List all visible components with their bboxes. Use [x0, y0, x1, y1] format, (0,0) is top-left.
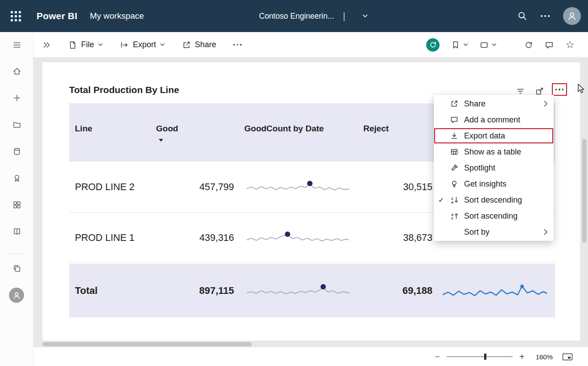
export-menu-label: Export [133, 40, 156, 49]
file-menu[interactable]: File [68, 40, 103, 49]
learn-book-icon[interactable] [0, 218, 33, 245]
cell-line: PROD LINE 2 [75, 182, 135, 193]
cell-good: 457,799 [140, 182, 234, 193]
workspaces-icon[interactable] [0, 257, 33, 280]
title-separator: | [343, 11, 345, 21]
spotlight-icon [449, 164, 460, 172]
report-title-group: Contoso Engineerin... | [259, 0, 370, 32]
apps-icon[interactable] [0, 191, 33, 218]
workspace-avatar[interactable] [9, 288, 24, 303]
sort-descending-caret [159, 139, 163, 142]
menu-item-get-insights[interactable]: Get insights [434, 176, 554, 192]
menu-item-export-data[interactable]: Export data [434, 128, 554, 144]
zoom-controls: − + 160% [435, 347, 573, 366]
cell-total-reject: 69,188 [361, 285, 432, 297]
column-header-line[interactable]: Line [75, 124, 92, 134]
comments-icon[interactable] [545, 41, 554, 49]
report-title[interactable]: Contoso Engineerin... [259, 12, 334, 21]
menu-item-sort-by[interactable]: Sort by [434, 224, 554, 240]
create-plus-icon[interactable] [0, 85, 33, 111]
more-options-icon[interactable] [541, 15, 550, 17]
workspace-name[interactable]: My workspace [90, 11, 144, 21]
zoom-in-button[interactable]: + [519, 352, 525, 361]
sort-descending-icon: ZA [449, 196, 460, 204]
zoom-slider-thumb[interactable] [484, 354, 486, 360]
menu-item-spotlight[interactable]: Spotlight [434, 160, 554, 176]
column-header-good-label: Good [156, 124, 178, 133]
zoom-slider[interactable] [447, 356, 513, 357]
svg-text:A: A [451, 200, 454, 204]
report-toolbar: File Export Share ☆ [33, 32, 588, 58]
visual-more-options-icon[interactable] [552, 83, 567, 96]
svg-text:Z: Z [451, 216, 453, 220]
toolbar-more-icon[interactable] [233, 44, 242, 46]
toolbar-right-actions: ☆ [426, 38, 581, 52]
check-icon: ✓ [438, 196, 449, 204]
app-launcher-icon[interactable] [5, 6, 26, 26]
topbar-actions [518, 0, 581, 32]
comment-icon [449, 116, 460, 124]
nav-rail [0, 32, 33, 366]
chevron-right-icon [544, 229, 548, 235]
account-avatar[interactable] [563, 7, 581, 25]
chevron-down-icon[interactable] [360, 12, 370, 20]
sparkline-rejectcount-total [443, 283, 548, 298]
menu-item-show-as-table[interactable]: Show as a table [434, 144, 554, 160]
bookmarks-menu[interactable] [451, 41, 468, 49]
table-total-row: Total 897,115 69,188 [69, 264, 555, 317]
menu-item-sort-descending[interactable]: ✓ ZA Sort descending [434, 192, 554, 208]
visual-context-menu: Share Add a comment Export data Show as … [434, 95, 554, 241]
nav-menu-icon[interactable] [0, 32, 33, 58]
export-menu[interactable]: Export [120, 40, 165, 49]
update-app-icon[interactable] [426, 38, 440, 52]
share-menu-label: Share [195, 40, 216, 49]
fit-to-page-icon[interactable] [562, 353, 573, 361]
menu-item-add-comment[interactable]: Add a comment [434, 112, 554, 128]
column-header-reject[interactable]: Reject [363, 124, 389, 134]
menu-item-sort-ascending[interactable]: AZ Sort ascending [434, 208, 554, 224]
browse-folder-icon[interactable] [0, 111, 33, 138]
expand-pane-icon[interactable] [41, 40, 52, 50]
column-header-good[interactable]: Good [156, 124, 178, 134]
zoom-level: 160% [536, 353, 553, 361]
cell-reject: 30,515 [361, 182, 432, 193]
file-menu-label: File [81, 40, 94, 49]
app-header: Power BI My workspace Contoso Engineerin… [0, 0, 588, 32]
view-menu[interactable] [480, 41, 497, 49]
sparkline-goodcount [247, 178, 349, 196]
home-icon[interactable] [0, 58, 33, 85]
lightbulb-icon [449, 180, 460, 188]
cell-total-label: Total [75, 285, 98, 297]
focus-mode-icon[interactable] [535, 87, 544, 96]
menu-item-share[interactable]: Share [434, 96, 554, 112]
cell-total-good: 897,115 [140, 285, 234, 297]
data-hub-icon[interactable] [0, 138, 33, 165]
sparkline-goodcount [247, 229, 349, 247]
search-icon[interactable] [518, 11, 527, 21]
horizontal-scrollbar[interactable] [42, 342, 252, 346]
refresh-icon[interactable] [524, 41, 533, 49]
cell-line: PROD LINE 1 [75, 232, 135, 244]
table-icon [449, 148, 460, 156]
export-data-icon [449, 132, 460, 140]
nav-divider [8, 253, 26, 254]
share-menu[interactable]: Share [182, 40, 216, 49]
status-bar: − + 160% [33, 347, 588, 366]
sparkline-goodcount-total [247, 282, 349, 300]
share-icon [449, 100, 460, 108]
chevron-right-icon [544, 101, 548, 107]
vertical-scrollbar[interactable] [582, 139, 587, 243]
zoom-out-button[interactable]: − [435, 352, 440, 361]
column-header-goodcount[interactable]: GoodCount by Date [244, 124, 324, 134]
sort-ascending-icon: AZ [449, 212, 460, 220]
app-brand[interactable]: Power BI [37, 11, 77, 21]
metrics-medal-icon[interactable] [0, 165, 33, 191]
cell-good: 439,316 [140, 232, 234, 244]
favorite-star-icon[interactable]: ☆ [565, 40, 575, 50]
cell-reject: 38,673 [361, 232, 432, 244]
row-divider [69, 263, 555, 263]
visual-title: Total Production By Line [69, 85, 179, 95]
